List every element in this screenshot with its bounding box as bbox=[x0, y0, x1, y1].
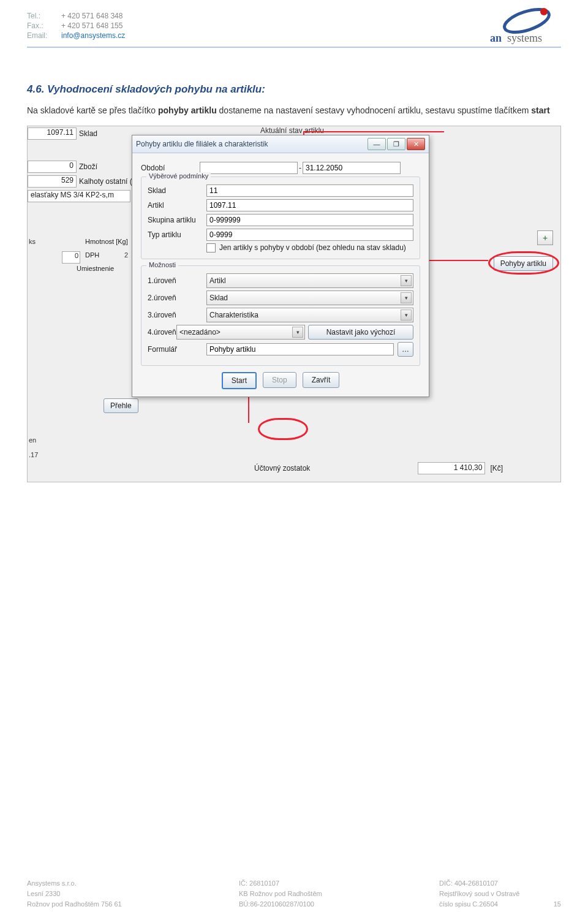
svg-text:an: an bbox=[490, 32, 502, 44]
dialog-pohyby: Pohyby artiklu dle filiálek a charakteri… bbox=[132, 135, 429, 397]
footer-city: Rožnov pod Radhoštěm 756 61 bbox=[27, 899, 122, 910]
fax-value: + 420 571 648 155 bbox=[61, 21, 129, 31]
field-artikl-code: 1097.11 bbox=[28, 127, 77, 140]
separator: - bbox=[298, 164, 303, 172]
start-button[interactable]: Start bbox=[222, 372, 257, 389]
group-moznosti: Možnosti bbox=[146, 261, 178, 268]
set-default-button[interactable]: Nastavit jako výchozí bbox=[308, 325, 413, 340]
select-u1[interactable]: Artikl▾ bbox=[206, 273, 413, 288]
value-zostatok: 1 410,30 bbox=[418, 462, 485, 474]
section-heading: 4.6. Vyhodnocení skladových pohybu na ar… bbox=[27, 83, 561, 96]
close-button[interactable]: Zavřít bbox=[303, 372, 340, 388]
ansystems-logo: an systems bbox=[453, 6, 564, 47]
label-formular: Formulář bbox=[148, 345, 206, 354]
email-link[interactable]: info@ansystems.cz bbox=[61, 31, 125, 40]
svg-point-1 bbox=[540, 8, 548, 15]
page-footer: Ansystems s.r.o. Lesní 2330 Rožnov pod R… bbox=[27, 878, 561, 910]
tel-label: Tel.: bbox=[27, 11, 61, 21]
email-label: Email: bbox=[27, 31, 61, 40]
annotation-line-3 bbox=[427, 260, 488, 261]
label-ks: ks bbox=[29, 238, 36, 245]
app-screenshot: 1097.11Sklad 0Zboží 529Kalhoty ostatní (… bbox=[27, 126, 561, 482]
label-u3: 3.úroveň bbox=[148, 311, 206, 319]
window-minimize-button[interactable]: — bbox=[368, 138, 386, 150]
footer-company: Ansystems s.r.o. bbox=[27, 878, 122, 889]
field-zero: 0 bbox=[62, 251, 80, 264]
label-kalhoty: Kalhoty ostatní (g bbox=[79, 177, 136, 186]
browse-button[interactable]: … bbox=[398, 342, 413, 357]
label-sklad: Sklad bbox=[79, 129, 97, 138]
footer-ic: IČ: 26810107 bbox=[239, 878, 322, 889]
footer-spis: číslo spisu C.26504 bbox=[439, 900, 498, 908]
label-zbozi: Zboží bbox=[79, 162, 97, 171]
input-formular[interactable] bbox=[206, 343, 394, 355]
fax-label: Fax.: bbox=[27, 21, 61, 31]
footer-bank: KB Rožnov pod Radhoštěm bbox=[239, 889, 322, 899]
field-zbozi: 0 bbox=[28, 161, 77, 173]
footer-court: Rejstříkový soud v Ostravě bbox=[439, 889, 561, 899]
field-skupina: 529 bbox=[28, 175, 77, 188]
select-u3[interactable]: Charakteristika▾ bbox=[206, 308, 413, 322]
select-u4[interactable]: <nezadáno>▾ bbox=[176, 325, 305, 340]
input-sklad[interactable] bbox=[206, 184, 413, 197]
input-artikl[interactable] bbox=[206, 199, 413, 211]
label-checkbox: Jen artikly s pohyby v období (bez ohled… bbox=[219, 243, 406, 252]
highlight-oval-start bbox=[258, 418, 308, 440]
checkbox-jen-artikly[interactable] bbox=[206, 243, 216, 253]
letterhead: Tel.: + 420 571 648 348 Fax.: + 420 571 … bbox=[27, 11, 561, 48]
unit-kc: [Kč] bbox=[490, 464, 503, 473]
label-typ: Typ artiklu bbox=[148, 230, 206, 239]
footer-account: BÚ:86-2201060287/0100 bbox=[239, 899, 322, 910]
page-number: 15 bbox=[500, 899, 561, 910]
label-obdobi: Období bbox=[141, 164, 200, 172]
input-obdobi-from[interactable] bbox=[200, 162, 298, 174]
label-dph: DPH bbox=[85, 251, 99, 259]
add-button[interactable]: + bbox=[537, 230, 553, 245]
label-u4: 4.úroveň bbox=[148, 328, 176, 336]
annotation-line-1b bbox=[303, 131, 444, 132]
frag-en: en bbox=[29, 436, 36, 444]
value-dph: 2 bbox=[124, 251, 128, 259]
prehle-button[interactable]: Přehle bbox=[104, 398, 138, 413]
label-u2: 2.úroveň bbox=[148, 294, 206, 302]
stop-button[interactable]: Stop bbox=[263, 372, 296, 388]
field-popis: elasťaky MS 3/4 KP2-s,m bbox=[28, 190, 130, 202]
pohyby-artiklu-button[interactable]: Pohyby artiklu bbox=[494, 256, 553, 271]
label-aktualni-stav: Aktuální stav artiklu bbox=[260, 126, 324, 135]
svg-text:systems: systems bbox=[507, 32, 542, 44]
footer-street: Lesní 2330 bbox=[27, 889, 122, 899]
chevron-down-icon: ▾ bbox=[401, 292, 412, 303]
footer-dic: DIČ: 404-26810107 bbox=[439, 878, 561, 889]
chevron-down-icon: ▾ bbox=[401, 310, 412, 321]
label-sklad2: Sklad bbox=[148, 186, 206, 195]
frag-17: .17 bbox=[29, 451, 38, 458]
tel-value: + 420 571 648 348 bbox=[61, 11, 129, 21]
select-u2[interactable]: Sklad▾ bbox=[206, 291, 413, 305]
window-close-button[interactable]: ✕ bbox=[407, 138, 425, 150]
dialog-title: Pohyby artiklu dle filiálek a charakteri… bbox=[136, 140, 268, 148]
chevron-down-icon: ▾ bbox=[401, 275, 412, 286]
input-skupina[interactable] bbox=[206, 214, 413, 226]
label-zostatok: Účtovný zostatok bbox=[254, 464, 310, 473]
input-typ[interactable] bbox=[206, 229, 413, 241]
section-paragraph: Na skladové kartě se přes tlačítko pohyb… bbox=[27, 104, 561, 117]
input-obdobi-to[interactable] bbox=[303, 162, 401, 174]
label-hmotnost: Hmotnost [Kg] bbox=[85, 238, 128, 245]
window-maximize-button[interactable]: ❐ bbox=[387, 138, 405, 150]
label-artikl2: Artikl bbox=[148, 201, 206, 210]
group-vyberove: Výběrové podmínky bbox=[146, 172, 211, 180]
chevron-down-icon: ▾ bbox=[292, 327, 303, 338]
label-u1: 1.úroveň bbox=[148, 276, 206, 285]
label-skupina2: Skupina artiklu bbox=[148, 216, 206, 224]
label-umiestnenie: Umiestnenie bbox=[77, 265, 114, 272]
